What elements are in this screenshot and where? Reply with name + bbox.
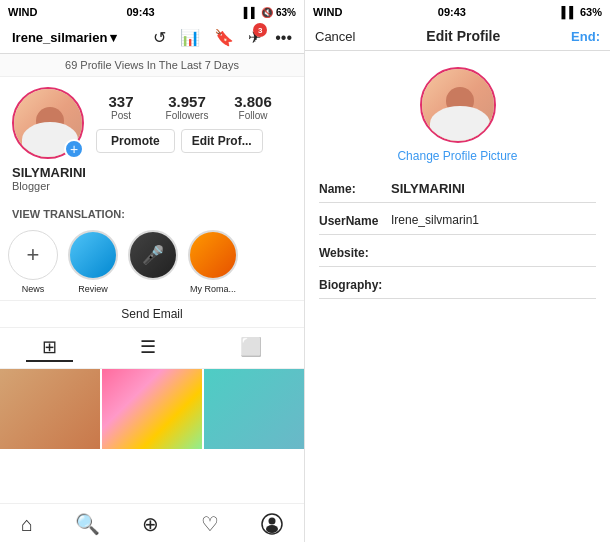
username-display[interactable]: Irene_silmarien ▾: [12, 30, 117, 45]
username-field: UserName Irene_silvmarin1: [319, 203, 596, 235]
more-icon[interactable]: •••: [275, 29, 292, 47]
followers-count: 3.957: [168, 93, 206, 110]
promote-button[interactable]: Promote: [96, 129, 175, 153]
change-profile-picture-button[interactable]: Change Profile Picture: [397, 149, 517, 163]
highlight-3[interactable]: My Roma...: [188, 230, 238, 294]
signal-right: ▌▌: [561, 6, 577, 18]
photo-cell-2: [102, 369, 202, 449]
status-bar-left: WIND 09:43 ▌▌ 🔇 63%: [0, 0, 304, 22]
edit-profile-title: Edit Profile: [426, 28, 500, 44]
highlights-row: + News Review 🎤 My Roma...: [0, 224, 304, 300]
add-post-icon[interactable]: ⊕: [142, 512, 159, 536]
end-button[interactable]: End:: [571, 29, 600, 44]
tab-bar: ⊞ ☰ ⬜: [0, 328, 304, 369]
photo-cell-1: [0, 369, 100, 449]
highlight-circle-1: [68, 230, 118, 280]
followers-label: Followers: [166, 110, 209, 121]
username-label: UserName: [319, 213, 391, 228]
stat-posts: 337 Post: [96, 93, 146, 121]
form-section: Name: SILYMARINI UserName Irene_silvmari…: [305, 171, 610, 542]
right-panel: WIND 09:43 ▌▌ 63% Cancel Edit Profile En…: [305, 0, 610, 542]
bio-section: SILYMARINI Blogger: [0, 165, 304, 200]
direct-icon[interactable]: ✈ 3: [248, 28, 261, 47]
tab-grid[interactable]: ⊞: [26, 334, 73, 362]
profile-views-bar: 69 Profile Views In The Last 7 Days: [0, 54, 304, 77]
name-field: Name: SILYMARINI: [319, 171, 596, 203]
cancel-button[interactable]: Cancel: [315, 29, 355, 44]
action-buttons-row: Promote Edit Prof...: [96, 129, 278, 153]
photo-grid: [0, 369, 304, 503]
edit-profile-button[interactable]: Edit Prof...: [181, 129, 263, 153]
send-email-button[interactable]: Send Email: [0, 300, 304, 328]
highlight-add-label: News: [22, 284, 45, 294]
carrier-right: WIND: [313, 6, 342, 18]
battery-left: 63%: [276, 7, 296, 18]
nav-bar-right: Cancel Edit Profile End:: [305, 22, 610, 51]
highlight-label-1: Review: [78, 284, 108, 294]
highlight-add[interactable]: + News: [8, 230, 58, 294]
username-text: Irene_silmarien: [12, 30, 107, 45]
posts-label: Post: [111, 110, 131, 121]
name-label: Name:: [319, 181, 391, 196]
profile-section: + 337 Post 3.957 Followers 3.806 Follow …: [0, 77, 304, 165]
stats-row: 337 Post 3.957 Followers 3.806 Follow: [96, 93, 278, 121]
bottom-nav: ⌂ 🔍 ⊕ ♡: [0, 503, 304, 542]
name-value[interactable]: SILYMARINI: [391, 181, 596, 196]
avatar-wrap: +: [12, 87, 84, 159]
wifi-left: 🔇: [261, 7, 273, 18]
edit-avatar-section: Change Profile Picture: [305, 51, 610, 171]
tab-tagged[interactable]: ⬜: [224, 334, 278, 362]
highlight-1[interactable]: Review: [68, 230, 118, 294]
highlight-label-3: My Roma...: [190, 284, 236, 294]
biography-label: Biography:: [319, 277, 391, 292]
add-highlight-icon: +: [8, 230, 58, 280]
home-icon[interactable]: ⌂: [21, 513, 33, 536]
website-label: Website:: [319, 245, 391, 260]
photo-cell-3: [204, 369, 304, 449]
notification-badge: 3: [253, 23, 267, 37]
left-panel: WIND 09:43 ▌▌ 🔇 63% Irene_silmarien ▾ ↺ …: [0, 0, 305, 542]
website-field: Website:: [319, 235, 596, 267]
svg-point-1: [268, 518, 275, 525]
profile-icon[interactable]: [261, 513, 283, 535]
view-translation-label: VIEW TRANSLATION:: [0, 200, 304, 224]
username-value[interactable]: Irene_silvmarin1: [391, 213, 596, 227]
posts-count: 337: [108, 93, 133, 110]
search-icon[interactable]: 🔍: [75, 512, 100, 536]
bookmark-icon[interactable]: 🔖: [214, 28, 234, 47]
carrier-left: WIND: [8, 6, 37, 18]
highlight-circle-3: [188, 230, 238, 280]
biography-field: Biography:: [319, 267, 596, 299]
chart-icon[interactable]: 📊: [180, 28, 200, 47]
bio-name: SILYMARINI: [12, 165, 292, 180]
status-bar-right: WIND 09:43 ▌▌ 63%: [305, 0, 610, 22]
time-right: 09:43: [438, 6, 466, 18]
time-left: 09:43: [127, 6, 155, 18]
activity-icon[interactable]: ♡: [201, 512, 219, 536]
stats-block: 337 Post 3.957 Followers 3.806 Follow Pr…: [96, 93, 278, 153]
stat-followers: 3.957 Followers: [162, 93, 212, 121]
following-label: Follow: [239, 110, 268, 121]
battery-right: 63%: [580, 6, 602, 18]
dropdown-icon: ▾: [110, 30, 117, 45]
nav-icons-left: ↺ 📊 🔖 ✈ 3 •••: [153, 28, 292, 47]
status-icons-left: ▌▌ 🔇 63%: [244, 7, 296, 18]
nav-bar-left: Irene_silmarien ▾ ↺ 📊 🔖 ✈ 3 •••: [0, 22, 304, 54]
profile-views-text: 69 Profile Views In The Last 7 Days: [65, 59, 239, 71]
signal-left: ▌▌: [244, 7, 258, 18]
tab-list[interactable]: ☰: [124, 334, 172, 362]
highlight-2[interactable]: 🎤: [128, 230, 178, 294]
svg-point-2: [266, 525, 278, 533]
status-icons-right: ▌▌ 63%: [561, 6, 602, 18]
following-count: 3.806: [234, 93, 272, 110]
add-story-button[interactable]: +: [64, 139, 84, 159]
edit-avatar-image: [422, 69, 494, 141]
highlight-circle-2: 🎤: [128, 230, 178, 280]
bio-role: Blogger: [12, 180, 292, 192]
stat-following: 3.806 Follow: [228, 93, 278, 121]
edit-avatar-circle: [420, 67, 496, 143]
history-icon[interactable]: ↺: [153, 28, 166, 47]
